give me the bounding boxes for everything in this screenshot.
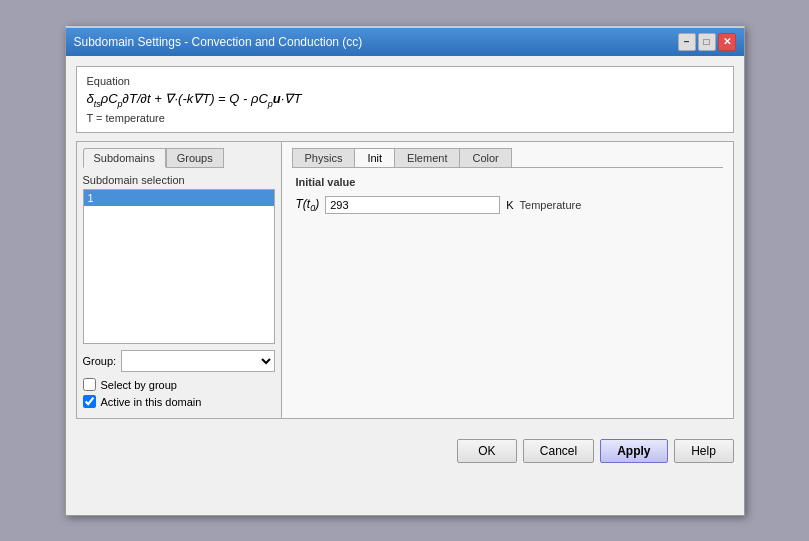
maximize-button[interactable]: □ bbox=[698, 33, 716, 51]
subdomain-item[interactable]: 1 bbox=[84, 190, 274, 206]
help-button[interactable]: Help bbox=[674, 439, 734, 463]
init-value-input[interactable] bbox=[325, 196, 500, 214]
group-row: Group: bbox=[83, 350, 275, 372]
group-label: Group: bbox=[83, 355, 117, 367]
tab-groups[interactable]: Groups bbox=[166, 148, 224, 168]
initial-value-label: Initial value bbox=[296, 176, 719, 188]
equation-box: Equation δtsρCp∂T/∂t + ∇·(-k∇T) = Q - ρC… bbox=[76, 66, 734, 134]
select-by-group-label: Select by group bbox=[101, 379, 177, 391]
init-tab-content: Initial value T(t0) K Temperature bbox=[292, 168, 723, 222]
group-dropdown[interactable] bbox=[121, 350, 274, 372]
ok-button[interactable]: OK bbox=[457, 439, 517, 463]
active-in-domain-checkbox[interactable] bbox=[83, 395, 96, 408]
tab-init[interactable]: Init bbox=[354, 148, 395, 167]
title-bar-buttons: – □ ✕ bbox=[678, 33, 736, 51]
equation-formula: δtsρCp∂T/∂t + ∇·(-k∇T) = Q - ρCpu·∇T bbox=[87, 91, 723, 109]
subdomain-list: 1 bbox=[83, 189, 275, 344]
window-content: Equation δtsρCp∂T/∂t + ∇·(-k∇T) = Q - ρC… bbox=[66, 56, 744, 430]
tab-physics[interactable]: Physics bbox=[292, 148, 356, 167]
active-in-domain-row: Active in this domain bbox=[83, 395, 275, 408]
init-row: T(t0) K Temperature bbox=[296, 196, 719, 214]
apply-button[interactable]: Apply bbox=[600, 439, 667, 463]
equation-label: Equation bbox=[87, 75, 723, 87]
subdomain-selection-label: Subdomain selection bbox=[83, 174, 275, 186]
right-panel: Physics Init Element Color Initial value… bbox=[282, 142, 733, 418]
init-unit: K bbox=[506, 199, 513, 211]
select-by-group-row: Select by group bbox=[83, 378, 275, 391]
equation-note: T = temperature bbox=[87, 112, 723, 124]
tab-color[interactable]: Color bbox=[459, 148, 511, 167]
minimize-button[interactable]: – bbox=[678, 33, 696, 51]
title-bar: Subdomain Settings - Convection and Cond… bbox=[66, 28, 744, 56]
left-tab-row: Subdomains Groups bbox=[83, 148, 275, 168]
bottom-buttons: OK Cancel Apply Help bbox=[66, 429, 744, 471]
left-panel: Subdomains Groups Subdomain selection 1 … bbox=[77, 142, 282, 418]
close-button[interactable]: ✕ bbox=[718, 33, 736, 51]
tab-subdomains[interactable]: Subdomains bbox=[83, 148, 166, 168]
select-by-group-checkbox[interactable] bbox=[83, 378, 96, 391]
cancel-button[interactable]: Cancel bbox=[523, 439, 594, 463]
window-title: Subdomain Settings - Convection and Cond… bbox=[74, 35, 363, 49]
active-in-domain-label: Active in this domain bbox=[101, 396, 202, 408]
init-symbol: T(t0) bbox=[296, 197, 320, 213]
tab-element[interactable]: Element bbox=[394, 148, 460, 167]
init-description: Temperature bbox=[520, 199, 582, 211]
right-tab-row: Physics Init Element Color bbox=[292, 148, 723, 168]
main-area: Subdomains Groups Subdomain selection 1 … bbox=[76, 141, 734, 419]
main-window: Subdomain Settings - Convection and Cond… bbox=[65, 26, 745, 516]
